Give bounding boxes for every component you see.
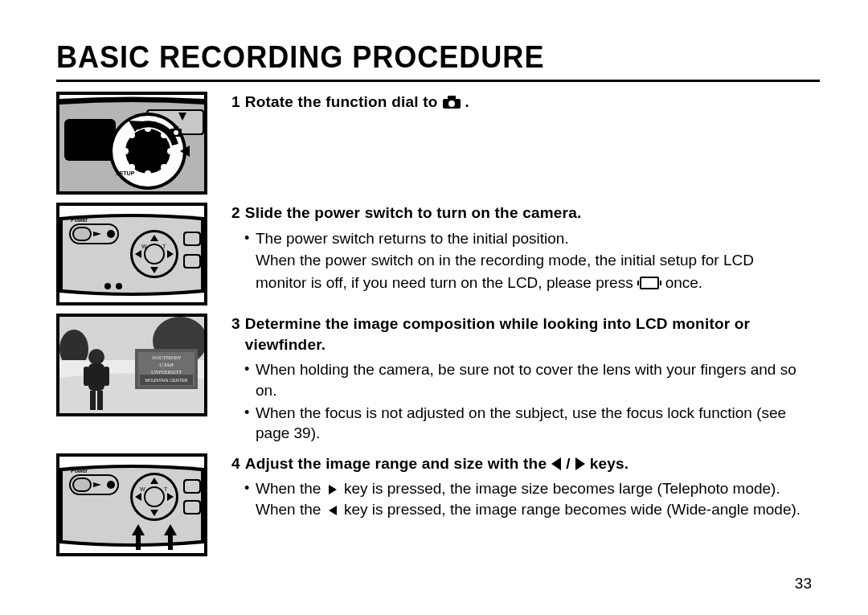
svg-point-8 bbox=[167, 148, 174, 154]
step-4: 4 Adjust the image range and size with t… bbox=[231, 453, 820, 522]
page-title: BASIC RECORDING PROCEDURE bbox=[56, 40, 782, 75]
svg-rect-60 bbox=[84, 367, 89, 386]
svg-text:W: W bbox=[140, 486, 145, 492]
svg-point-15 bbox=[174, 130, 178, 135]
step-3-heading: 3 Determine the image composition while … bbox=[231, 314, 820, 355]
step-4-b1-pre: When the bbox=[256, 480, 321, 497]
step-3-bullet-2: When the focus is not adjusted on the su… bbox=[244, 403, 820, 444]
svg-text:Power: Power bbox=[71, 468, 88, 474]
svg-text:MOUNTAIN CENTER: MOUNTAIN CENTER bbox=[145, 378, 187, 383]
svg-rect-87 bbox=[168, 534, 173, 550]
svg-text:SETUP: SETUP bbox=[116, 170, 135, 176]
svg-point-12 bbox=[122, 148, 129, 154]
step-2-number: 2 bbox=[231, 203, 240, 223]
step-1-heading: 1 Rotate the function dial to . bbox=[231, 92, 820, 113]
svg-rect-59 bbox=[97, 391, 103, 410]
svg-text:W: W bbox=[141, 244, 147, 249]
display-icon bbox=[640, 277, 659, 289]
left-arrow-icon-inline bbox=[329, 506, 337, 515]
step-2-bullets: The power switch returns to the initial … bbox=[231, 228, 820, 249]
svg-rect-66 bbox=[74, 479, 90, 490]
step-3-number: 3 bbox=[231, 314, 240, 334]
step-4-number: 4 bbox=[231, 453, 240, 474]
svg-rect-25 bbox=[74, 228, 90, 240]
svg-rect-81 bbox=[185, 481, 199, 492]
step-1: 1 Rotate the function dial to . bbox=[231, 92, 820, 117]
step-2-cont-2: monitor is off, if you need turn on the … bbox=[231, 273, 820, 293]
step-3-text: Determine the image composition while lo… bbox=[245, 314, 820, 355]
svg-point-13 bbox=[129, 132, 135, 138]
svg-point-44 bbox=[116, 283, 122, 289]
svg-text:SOUTHERN: SOUTHERN bbox=[152, 355, 181, 361]
figure-zoom-keys: Power W T bbox=[56, 453, 207, 556]
svg-rect-57 bbox=[88, 363, 104, 391]
step-3-bullet-1: When holding the camera, be sure not to … bbox=[244, 359, 820, 400]
step-1-number: 1 bbox=[231, 92, 240, 113]
svg-text:UTAH: UTAH bbox=[159, 362, 174, 368]
title-rule bbox=[56, 80, 820, 82]
svg-point-73 bbox=[145, 488, 163, 506]
step-4-text-post: keys. bbox=[590, 453, 629, 474]
step-4-text-pre: Adjust the image range and size with the bbox=[245, 453, 547, 474]
svg-point-32 bbox=[145, 245, 163, 263]
svg-point-43 bbox=[104, 283, 111, 289]
right-arrow-icon bbox=[575, 457, 585, 470]
figure-power-switch: Power W T bbox=[56, 203, 207, 305]
figure-function-dial: SETUP bbox=[56, 92, 207, 195]
svg-text:T: T bbox=[164, 486, 168, 492]
svg-text:T: T bbox=[162, 244, 166, 249]
manual-page: BASIC RECORDING PROCEDURE bbox=[0, 0, 868, 615]
step-2-cont-1: When the power switch on in the recordin… bbox=[231, 250, 820, 271]
svg-rect-40 bbox=[185, 233, 199, 244]
camera-icon bbox=[443, 96, 461, 109]
svg-rect-83 bbox=[185, 502, 199, 513]
step-2-cont-2-post: once. bbox=[665, 273, 702, 293]
left-arrow-icon bbox=[551, 457, 561, 470]
step-4-text-mid: / bbox=[566, 453, 570, 474]
step-4-b1-post: key is pressed, the image range becomes … bbox=[344, 501, 800, 518]
step-3-bullets: When holding the camera, be sure not to … bbox=[231, 359, 820, 444]
svg-rect-0 bbox=[64, 119, 116, 161]
svg-text:Power: Power bbox=[71, 217, 88, 223]
step-2-heading: 2 Slide the power switch to turn on the … bbox=[231, 203, 820, 223]
svg-text:UNIVERSITY: UNIVERSITY bbox=[151, 369, 183, 375]
step-2-bullet-1: The power switch returns to the initial … bbox=[244, 228, 820, 249]
step-3: 3 Determine the image composition while … bbox=[231, 314, 820, 445]
page-number: 33 bbox=[795, 575, 812, 592]
svg-rect-61 bbox=[104, 367, 109, 386]
step-2-cont-2-pre: monitor is off, if you need turn on the … bbox=[256, 273, 633, 293]
step-4-heading: 4 Adjust the image range and size with t… bbox=[231, 453, 820, 474]
svg-point-11 bbox=[129, 164, 135, 170]
step-2-text: Slide the power switch to turn on the ca… bbox=[245, 203, 582, 223]
svg-point-69 bbox=[107, 481, 115, 489]
right-arrow-icon-inline bbox=[329, 485, 337, 494]
figure-composition-photo: SOUTHERN UTAH UNIVERSITY MOUNTAIN CENTER bbox=[56, 314, 207, 416]
svg-point-9 bbox=[161, 164, 167, 170]
svg-rect-42 bbox=[185, 256, 199, 267]
step-1-text-pre: Rotate the function dial to bbox=[245, 92, 438, 113]
svg-rect-16 bbox=[174, 126, 178, 129]
step-4-bullet-1: When the key is pressed, the image size … bbox=[244, 478, 820, 519]
svg-rect-85 bbox=[136, 534, 141, 550]
svg-rect-58 bbox=[90, 391, 96, 410]
svg-point-56 bbox=[88, 349, 104, 365]
svg-point-28 bbox=[107, 230, 115, 238]
step-1-text-post: . bbox=[465, 92, 469, 113]
svg-point-10 bbox=[145, 170, 151, 177]
step-2: 2 Slide the power switch to turn on the … bbox=[231, 203, 820, 295]
content-grid: SETUP 1 Rotate the function dial to . bbox=[56, 92, 820, 556]
step-4-bullets: When the key is pressed, the image size … bbox=[231, 478, 820, 519]
